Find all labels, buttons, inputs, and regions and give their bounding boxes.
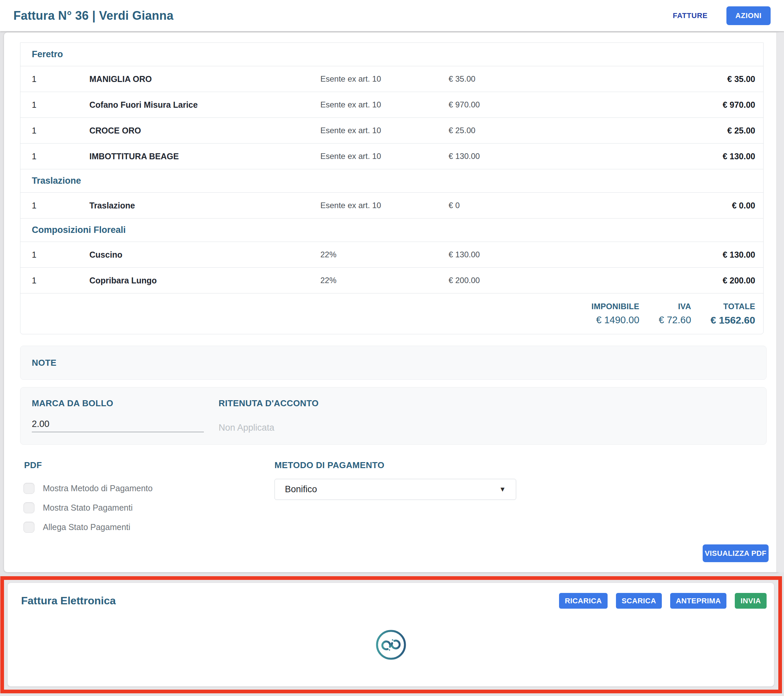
note-card[interactable]: NOTE bbox=[20, 346, 767, 380]
totals-imponibile: IMPONIBILE € 1490.00 bbox=[591, 302, 639, 334]
row-total: € 970.00 bbox=[723, 100, 755, 110]
row-vat: Esente ex art. 10 bbox=[320, 201, 448, 210]
invoice-page: Fattura N° 36 | Verdi Gianna FATTURE AZI… bbox=[0, 0, 784, 696]
row-description: IMBOTTITURA BEAGE bbox=[89, 151, 320, 161]
table-row[interactable]: 1 IMBOTTITURA BEAGE Esente ex art. 10 € … bbox=[20, 143, 763, 169]
checkbox-row-allega-stato: Allega Stato Pagamenti bbox=[23, 522, 130, 533]
loading-logo-wrap bbox=[8, 628, 774, 661]
row-quantity: 1 bbox=[32, 100, 89, 110]
row-total: € 200.00 bbox=[723, 276, 755, 285]
checkbox-row-mostra-metodo: Mostra Metodo di Pagamento bbox=[23, 483, 153, 494]
row-total: € 35.00 bbox=[728, 74, 755, 84]
row-description: Copribara Lungo bbox=[89, 276, 320, 285]
stamp-card: MARCA DA BOLLO RITENUTA D'ACCONTO bbox=[20, 387, 767, 445]
row-quantity: 1 bbox=[32, 126, 89, 135]
invia-button[interactable]: INVIA bbox=[735, 593, 767, 609]
table-row[interactable]: 1 Cofano Fuori Misura Larice Esente ex a… bbox=[20, 92, 763, 118]
payment-method-select[interactable]: Bonifico ▼ bbox=[275, 479, 516, 500]
fattura-elettronica-buttons: RICARICA SCARICA ANTEPRIMA INVIA bbox=[559, 593, 767, 609]
header-actions: FATTURE AZIONI bbox=[673, 7, 771, 25]
page-title: Fattura N° 36 | Verdi Gianna bbox=[13, 9, 173, 23]
row-price: € 970.00 bbox=[448, 100, 723, 109]
totals-totale: TOTALE € 1562.60 bbox=[711, 302, 755, 334]
row-description: Cofano Fuori Misura Larice bbox=[89, 100, 320, 110]
row-vat: Esente ex art. 10 bbox=[320, 74, 448, 84]
row-vat: 22% bbox=[320, 276, 448, 285]
note-heading: NOTE bbox=[32, 358, 56, 368]
ritenuta-input[interactable] bbox=[219, 420, 391, 435]
checkbox-label: Mostra Stato Pagamenti bbox=[43, 503, 133, 513]
invoice-totals: IMPONIBILE € 1490.00 IVA € 72.60 TOTALE … bbox=[20, 293, 763, 334]
row-total: € 25.00 bbox=[728, 126, 755, 135]
row-quantity: 1 bbox=[32, 151, 89, 161]
table-row[interactable]: 1 Copribara Lungo 22% € 200.00 € 200.00 bbox=[20, 268, 763, 293]
table-row[interactable]: 1 MANIGLIA ORO Esente ex art. 10 € 35.00… bbox=[20, 66, 763, 92]
infinity-spinner-icon bbox=[374, 628, 408, 661]
row-vat: Esente ex art. 10 bbox=[320, 126, 448, 135]
scrollbar[interactable] bbox=[776, 33, 784, 572]
row-price: € 0 bbox=[448, 201, 732, 210]
fattura-elettronica-card: Fattura Elettronica RICARICA SCARICA ANT… bbox=[7, 582, 774, 687]
row-description: Traslazione bbox=[89, 201, 320, 211]
table-section-header: Feretro bbox=[20, 43, 763, 66]
table-row[interactable]: 1 CROCE ORO Esente ex art. 10 € 25.00 € … bbox=[20, 118, 763, 143]
row-vat: 22% bbox=[320, 250, 448, 259]
row-total: € 130.00 bbox=[723, 250, 755, 260]
checkbox-label: Mostra Metodo di Pagamento bbox=[43, 484, 153, 493]
ritenuta-label: RITENUTA D'ACCONTO bbox=[219, 398, 319, 408]
marca-da-bollo-input[interactable] bbox=[32, 416, 204, 432]
visualizza-pdf-button[interactable]: VISUALIZZA PDF bbox=[703, 545, 769, 562]
payment-method-heading: METODO DI PAGAMENTO bbox=[275, 460, 384, 471]
fattura-elettronica-title: Fattura Elettronica bbox=[21, 595, 116, 607]
invoice-items-table: Feretro 1 MANIGLIA ORO Esente ex art. 10… bbox=[20, 43, 764, 334]
row-description: MANIGLIA ORO bbox=[89, 74, 320, 84]
row-quantity: 1 bbox=[32, 250, 89, 260]
marca-da-bollo-label: MARCA DA BOLLO bbox=[32, 398, 113, 408]
top-header-bar: Fattura N° 36 | Verdi Gianna FATTURE AZI… bbox=[0, 0, 784, 31]
row-price: € 130.00 bbox=[448, 250, 723, 259]
table-row[interactable]: 1 Traslazione Esente ex art. 10 € 0 € 0.… bbox=[20, 193, 763, 219]
fattura-elettronica-header: Fattura Elettronica RICARICA SCARICA ANT… bbox=[8, 583, 774, 609]
row-price: € 130.00 bbox=[448, 151, 723, 161]
pdf-heading: PDF bbox=[24, 460, 42, 471]
fatture-link[interactable]: FATTURE bbox=[673, 12, 708, 20]
row-price: € 35.00 bbox=[448, 74, 728, 84]
totals-iva: IVA € 72.60 bbox=[659, 302, 691, 334]
row-quantity: 1 bbox=[32, 201, 89, 211]
checkbox-row-mostra-stato: Mostra Stato Pagamenti bbox=[23, 502, 133, 513]
table-row[interactable]: 1 Cuscino 22% € 130.00 € 130.00 bbox=[20, 242, 763, 268]
row-total: € 0.00 bbox=[732, 201, 755, 211]
row-description: CROCE ORO bbox=[89, 126, 320, 135]
azioni-button[interactable]: AZIONI bbox=[726, 7, 771, 25]
row-vat: Esente ex art. 10 bbox=[320, 100, 448, 109]
allega-stato-checkbox[interactable] bbox=[23, 522, 35, 533]
mostra-stato-checkbox[interactable] bbox=[23, 502, 35, 513]
mostra-metodo-checkbox[interactable] bbox=[23, 483, 35, 494]
row-quantity: 1 bbox=[32, 74, 89, 84]
row-vat: Esente ex art. 10 bbox=[320, 151, 448, 161]
row-quantity: 1 bbox=[32, 276, 89, 285]
row-price: € 200.00 bbox=[448, 276, 723, 285]
fattura-elettronica-section: Fattura Elettronica RICARICA SCARICA ANT… bbox=[0, 576, 782, 693]
table-section-header: Traslazione bbox=[20, 169, 763, 193]
scarica-button[interactable]: SCARICA bbox=[616, 593, 662, 609]
payment-method-value: Bonifico bbox=[285, 484, 317, 495]
row-price: € 25.00 bbox=[448, 126, 728, 135]
invoice-content-card: Feretro 1 MANIGLIA ORO Esente ex art. 10… bbox=[4, 33, 780, 572]
row-description: Cuscino bbox=[89, 250, 320, 260]
table-section-header: Composizioni Floreali bbox=[20, 219, 763, 242]
chevron-down-icon: ▼ bbox=[499, 485, 506, 493]
checkbox-label: Allega Stato Pagamenti bbox=[43, 522, 130, 532]
anteprima-button[interactable]: ANTEPRIMA bbox=[670, 593, 726, 609]
ricarica-button[interactable]: RICARICA bbox=[559, 593, 608, 609]
row-total: € 130.00 bbox=[723, 151, 755, 161]
